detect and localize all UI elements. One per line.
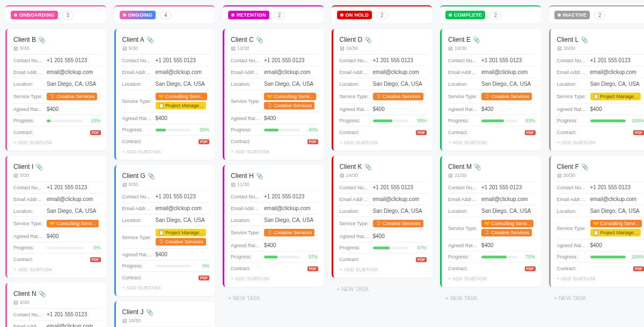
add-subtask-button[interactable]: ADD SUBTASK [448, 274, 536, 284]
attachment-icon[interactable]: 📎 [147, 36, 154, 43]
service-tag[interactable]: 📋 Project Manage... [156, 102, 206, 109]
pdf-icon[interactable]: PDF [633, 130, 644, 135]
pdf-icon[interactable]: PDF [90, 257, 101, 262]
card-title[interactable]: Client C📎 [231, 36, 264, 43]
column-header[interactable]: ONBOARDING3 [5, 5, 106, 24]
client-card[interactable]: Client H📎11/30Contact Nu...+1 201 555 01… [223, 165, 324, 287]
status-pill[interactable]: ON HOLD [337, 11, 372, 19]
client-card[interactable]: Client N📎2/30Contact Nu...+1 201 555 012… [5, 283, 106, 327]
card-title[interactable]: Client H📎 [231, 172, 264, 180]
attachment-icon[interactable]: 📎 [256, 173, 264, 180]
card-title[interactable]: Client E📎 [448, 36, 480, 43]
client-card[interactable]: Client F📎30/30Contact Nu...+1 201 555 01… [549, 156, 645, 287]
card-title[interactable]: Client M📎 [448, 163, 481, 170]
service-tag[interactable]: 🎨 Creative Services [373, 93, 423, 100]
status-pill[interactable]: ONBOARDING [11, 11, 58, 19]
new-task-button[interactable]: NEW TASK [332, 283, 433, 295]
attachment-icon[interactable]: 📎 [364, 164, 372, 170]
service-tag[interactable]: 🎨 Creative Services [264, 102, 314, 109]
pdf-icon[interactable]: PDF [199, 276, 209, 280]
status-pill[interactable]: INACTIVE [554, 11, 590, 19]
add-subtask-button[interactable]: ADD SUBTASK [13, 138, 101, 147]
service-tag[interactable]: 📋 Project Manage... [156, 229, 206, 236]
pdf-icon[interactable]: PDF [199, 139, 209, 144]
service-tag[interactable]: 📋 Project Manage... [590, 93, 641, 100]
client-card[interactable]: Client M📎21/30Contact Nu...+1 201 555 01… [440, 156, 541, 287]
attachment-icon[interactable]: 📎 [39, 291, 46, 298]
column-header[interactable]: ON HOLD2 [332, 5, 433, 24]
status-pill[interactable]: RETENTION [228, 11, 269, 19]
service-tag[interactable]: 🎨 Creative Services [264, 229, 314, 236]
card-title[interactable]: Client K📎 [340, 163, 372, 170]
attachment-icon[interactable]: 📎 [148, 173, 155, 180]
client-card[interactable]: Client B📎5/30Contact Nu...+1 201 555 012… [5, 29, 106, 151]
pdf-icon[interactable]: PDF [525, 130, 536, 135]
pdf-icon[interactable]: PDF [633, 266, 644, 271]
field-label: Contact Nu... [122, 58, 152, 63]
column-header[interactable]: COMPLETE2 [440, 5, 541, 24]
service-tag[interactable]: 🤝 Consulting Servi... [590, 220, 642, 227]
client-card[interactable]: Client G📎0/30Contact Nu...+1 201 555 012… [114, 165, 215, 296]
card-title[interactable]: Client J📎 [122, 308, 153, 316]
column-header[interactable]: ONGOING4 [114, 5, 215, 24]
status-pill[interactable]: ONGOING [120, 11, 156, 19]
add-subtask-button[interactable]: ADD SUBTASK [122, 283, 210, 293]
service-tag[interactable]: 🎨 Creative Services [481, 93, 532, 100]
service-tag[interactable]: 🤝 Consulting Servi... [47, 220, 99, 227]
new-task-button[interactable]: NEW TASK [549, 292, 645, 304]
attachment-icon[interactable]: 📎 [35, 164, 43, 170]
client-card[interactable]: Client L📎30/30Contact Nu...+1 201 555 01… [549, 29, 645, 151]
add-subtask-button[interactable]: ADD SUBTASK [557, 274, 645, 284]
attachment-icon[interactable]: 📎 [364, 36, 372, 43]
column-header[interactable]: RETENTION2 [223, 5, 324, 24]
attachment-icon[interactable]: 📎 [473, 36, 480, 43]
client-card[interactable]: Client I📎0/30Contact Nu...+1 201 555 012… [5, 156, 106, 278]
service-tag[interactable]: 🎨 Creative Services [156, 238, 206, 246]
client-card[interactable]: Client C📎12/30Contact Nu...+1 201 555 01… [223, 29, 324, 160]
client-card[interactable]: Client E📎19/30Contact Nu...+1 201 555 01… [440, 29, 541, 151]
attachment-icon[interactable]: 📎 [581, 164, 589, 170]
new-task-button[interactable]: NEW TASK [440, 292, 541, 304]
service-tag[interactable]: 🎨 Creative Services [373, 220, 423, 227]
add-subtask-button[interactable]: ADD SUBTASK [557, 138, 645, 147]
service-tag[interactable]: 🎨 Creative Services [47, 93, 97, 100]
card-title[interactable]: Client N📎 [13, 290, 46, 298]
client-card[interactable]: Client K📎14/30Contact Nu...+1 201 555 01… [332, 156, 433, 278]
add-subtask-button[interactable]: ADD SUBTASK [122, 147, 210, 157]
add-subtask-button[interactable]: ADD SUBTASK [231, 274, 318, 284]
new-task-button[interactable]: NEW TASK [223, 292, 324, 304]
attachment-icon[interactable]: 📎 [474, 164, 481, 170]
add-subtask-button[interactable]: ADD SUBTASK [231, 147, 318, 157]
card-title[interactable]: Client F📎 [557, 163, 589, 170]
service-tag[interactable]: 🤝 Consulting Servi... [481, 220, 533, 227]
card-title[interactable]: Client A📎 [122, 36, 154, 43]
add-subtask-button[interactable]: ADD SUBTASK [340, 265, 427, 274]
attachment-icon[interactable]: 📎 [146, 309, 153, 316]
pdf-icon[interactable]: PDF [308, 139, 318, 144]
client-card[interactable]: Client J📎10/30Contact Nu...+1 201 555 01… [114, 301, 215, 327]
pdf-icon[interactable]: PDF [416, 130, 427, 135]
card-title[interactable]: Client I📎 [13, 163, 43, 170]
status-pill[interactable]: COMPLETE [445, 11, 485, 19]
column-header[interactable]: INACTIVE2 [549, 5, 645, 24]
attachment-icon[interactable]: 📎 [581, 36, 588, 43]
attachment-icon[interactable]: 📎 [38, 36, 46, 43]
service-tag[interactable]: 🤝 Consulting Servi... [264, 93, 316, 100]
card-title[interactable]: Client B📎 [13, 36, 46, 43]
service-tag[interactable]: 🎨 Creative Services [481, 229, 532, 236]
pdf-icon[interactable]: PDF [90, 130, 101, 135]
client-card[interactable]: Client D📎16/30Contact Nu...+1 201 555 01… [332, 29, 433, 151]
pdf-icon[interactable]: PDF [416, 257, 427, 262]
service-tag[interactable]: 📋 Project Manage... [590, 229, 641, 236]
add-subtask-button[interactable]: ADD SUBTASK [340, 138, 427, 147]
pdf-icon[interactable]: PDF [525, 266, 536, 271]
card-title[interactable]: Client G📎 [122, 172, 155, 180]
card-title[interactable]: Client D📎 [340, 36, 372, 43]
client-card[interactable]: Client A📎9/30Contact Nu...+1 201 555 012… [114, 29, 215, 160]
attachment-icon[interactable]: 📎 [256, 36, 264, 43]
add-subtask-button[interactable]: ADD SUBTASK [448, 138, 536, 147]
service-tag[interactable]: 🤝 Consulting Servi... [156, 93, 208, 100]
add-subtask-button[interactable]: ADD SUBTASK [13, 265, 101, 274]
card-title[interactable]: Client L📎 [557, 36, 589, 43]
pdf-icon[interactable]: PDF [308, 266, 318, 271]
